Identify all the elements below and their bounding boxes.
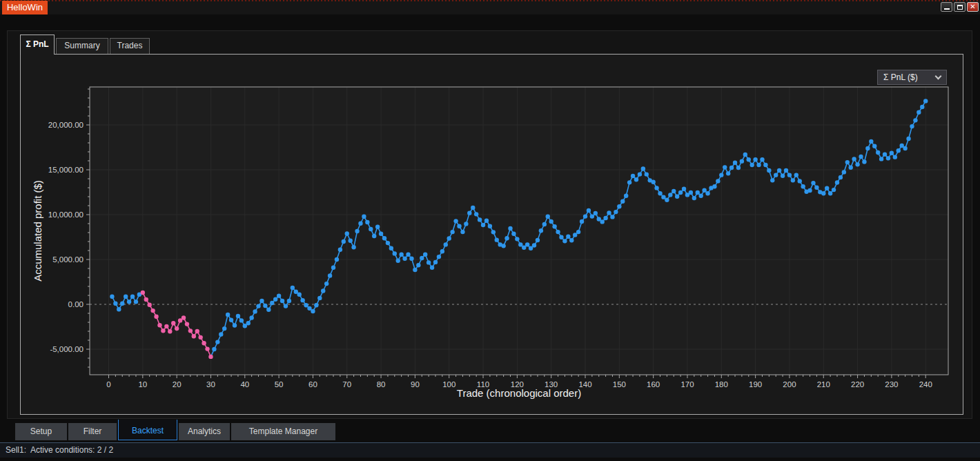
pnl-tab-page: Σ PnL ($) 010203040506070809010011012013… [20,54,963,415]
minimize-icon [944,8,950,10]
tab-pnl[interactable]: Σ PnL [20,35,55,55]
status-bar: Sell1: Active conditions: 2 / 2 [0,442,980,458]
status-text: Sell1: Active conditions: 2 / 2 [6,443,113,458]
svg-text:180: 180 [715,380,728,389]
svg-text:170: 170 [680,380,694,389]
tab-filter[interactable]: Filter [68,423,117,440]
svg-text:100: 100 [442,380,455,389]
tab-trades[interactable]: Trades [110,38,150,54]
svg-text:90: 90 [411,380,420,389]
svg-text:0.00: 0.00 [68,300,84,308]
svg-text:30: 30 [206,380,215,389]
svg-text:220: 220 [851,380,864,389]
svg-text:40: 40 [240,380,249,389]
svg-text:20,000.00: 20,000.00 [48,121,84,129]
tab-backtest[interactable]: Backtest [118,420,177,440]
close-button[interactable]: ✕ [967,2,979,12]
svg-text:80: 80 [377,380,386,389]
svg-text:190: 190 [749,380,762,389]
window-controls: ✕ [941,2,979,12]
chevron-down-icon [935,72,942,79]
tab-summary[interactable]: Summary [56,38,108,54]
series-select-dropdown[interactable]: Σ PnL ($) [877,70,947,85]
series-select-value: Σ PnL ($) [883,72,918,82]
svg-text:160: 160 [647,380,660,389]
svg-text:240: 240 [919,380,932,389]
tab-template-manager[interactable]: Template Manager [231,423,335,440]
svg-text:10,000.00: 10,000.00 [48,210,84,219]
tab-setup[interactable]: Setup [15,423,67,440]
svg-text:230: 230 [885,380,898,389]
close-icon: ✕ [970,3,975,10]
minimize-button[interactable] [941,2,952,12]
maximize-button[interactable] [954,2,966,12]
svg-text:5,000.00: 5,000.00 [52,255,84,264]
svg-text:70: 70 [342,380,351,389]
svg-text:60: 60 [308,380,317,389]
svg-text:50: 50 [275,380,284,389]
svg-text:0: 0 [106,380,110,389]
maximize-icon [957,5,963,10]
main-panel: Σ PnL Summary Trades Σ PnL ($) 010203040… [7,30,972,419]
svg-text:20: 20 [173,380,182,389]
svg-text:Accumulated profit ($): Accumulated profit ($) [32,180,43,282]
window-title: HelloWin [2,1,48,14]
svg-text:210: 210 [817,380,830,389]
svg-text:10: 10 [138,380,147,389]
svg-text:150: 150 [613,380,626,389]
titlebar: HelloWin ✕ [0,0,980,14]
svg-text:Trade (chronological order): Trade (chronological order) [457,387,581,399]
svg-text:200: 200 [783,380,796,389]
tab-analytics[interactable]: Analytics [179,423,230,440]
svg-text:-5,000.00: -5,000.00 [50,345,84,353]
pnl-chart: 0102030405060708090100110120130140150160… [21,55,964,415]
svg-text:15,000.00: 15,000.00 [48,166,84,174]
